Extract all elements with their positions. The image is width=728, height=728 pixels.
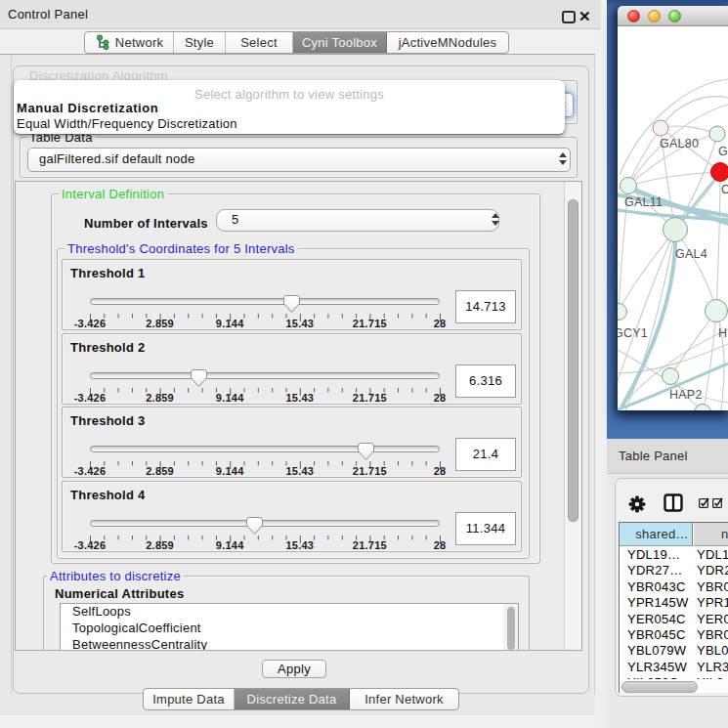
svg-text:GAL80: GAL80: [660, 137, 699, 150]
svg-text:HAP2: HAP2: [669, 388, 703, 402]
svg-text:C: C: [721, 183, 728, 196]
svg-text:GAL11: GAL11: [624, 195, 663, 209]
svg-text:GAL4: GAL4: [675, 247, 707, 261]
svg-text:GCY1: GCY1: [618, 326, 648, 340]
svg-text:GA: GA: [718, 145, 728, 158]
svg-text:H: H: [718, 326, 727, 340]
